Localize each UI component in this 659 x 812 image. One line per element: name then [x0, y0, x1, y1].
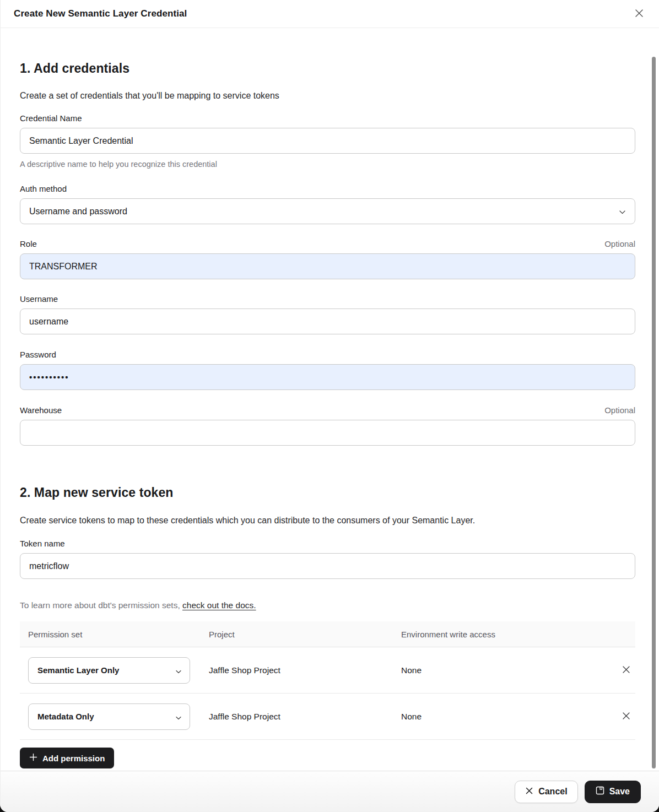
- modal-title: Create New Semantic Layer Credential: [14, 8, 187, 19]
- modal-header: Create New Semantic Layer Credential: [1, 0, 659, 28]
- warehouse-input[interactable]: [20, 420, 635, 446]
- cancel-label: Cancel: [538, 787, 567, 797]
- permission-set-select[interactable]: Metadata Only: [28, 703, 190, 730]
- modal-body: 1. Add credentials Create a set of crede…: [1, 60, 659, 768]
- modal-footer: Cancel Save: [1, 771, 659, 812]
- warehouse-optional-tag: Optional: [604, 405, 635, 416]
- table-row: Metadata Only Jaffle Shop Project None: [20, 694, 635, 740]
- vertical-scrollbar-thumb[interactable]: [652, 57, 656, 768]
- create-credential-modal: Create New Semantic Layer Credential 1. …: [0, 0, 659, 812]
- project-cell: Jaffle Shop Project: [209, 712, 401, 722]
- plus-icon: [29, 753, 37, 763]
- close-icon: [622, 665, 631, 676]
- docs-note: To learn more about dbt's permission set…: [20, 600, 635, 610]
- role-input[interactable]: [20, 253, 635, 279]
- role-optional-tag: Optional: [604, 239, 635, 250]
- add-permission-label: Add permission: [42, 754, 105, 763]
- section1-description: Create a set of credentials that you'll …: [20, 90, 635, 102]
- column-header-env-write-access: Environment write access: [401, 630, 609, 639]
- permission-set-select[interactable]: Semantic Layer Only: [28, 657, 190, 684]
- section1-heading: 1. Add credentials: [20, 60, 635, 77]
- section2-heading: 2. Map new service token: [20, 484, 635, 501]
- save-icon: [596, 786, 604, 797]
- password-label: Password: [20, 349, 56, 360]
- auth-method-value: Username and password: [29, 207, 127, 216]
- close-icon: [622, 711, 631, 722]
- role-label: Role: [20, 239, 37, 250]
- remove-permission-button[interactable]: [617, 661, 635, 680]
- username-input[interactable]: [20, 308, 635, 334]
- column-header-permission-set: Permission set: [28, 630, 209, 639]
- add-permission-button[interactable]: Add permission: [20, 748, 114, 768]
- env-write-access-cell: None: [401, 665, 609, 675]
- warehouse-label: Warehouse: [20, 405, 62, 416]
- permissions-table-header: Permission set Project Environment write…: [20, 621, 635, 647]
- close-icon: [633, 7, 645, 21]
- cancel-button[interactable]: Cancel: [515, 781, 577, 803]
- docs-note-text: To learn more about dbt's permission set…: [20, 600, 180, 610]
- save-button[interactable]: Save: [585, 781, 641, 803]
- auth-method-select[interactable]: Username and password: [20, 198, 635, 224]
- permissions-table: Permission set Project Environment write…: [20, 621, 635, 740]
- credential-name-input[interactable]: [20, 128, 635, 154]
- credential-name-helper: A descriptive name to help you recognize…: [20, 159, 635, 169]
- password-input[interactable]: [20, 364, 635, 390]
- token-name-input[interactable]: [20, 553, 635, 579]
- token-name-label: Token name: [20, 538, 65, 549]
- permission-set-value: Semantic Layer Only: [37, 665, 119, 675]
- chevron-down-icon: [176, 712, 181, 721]
- chevron-down-icon: [176, 665, 181, 675]
- section2-description: Create service tokens to map to these cr…: [20, 515, 635, 527]
- remove-permission-button[interactable]: [617, 707, 635, 726]
- save-label: Save: [609, 787, 630, 797]
- permission-set-value: Metadata Only: [37, 712, 94, 721]
- column-header-project: Project: [209, 630, 401, 639]
- credential-name-label: Credential Name: [20, 113, 82, 124]
- env-write-access-cell: None: [401, 712, 609, 722]
- project-cell: Jaffle Shop Project: [209, 665, 401, 675]
- username-label: Username: [20, 294, 58, 305]
- table-row: Semantic Layer Only Jaffle Shop Project …: [20, 647, 635, 694]
- docs-link[interactable]: check out the docs.: [182, 600, 256, 610]
- close-button[interactable]: [631, 6, 647, 21]
- auth-method-label: Auth method: [20, 183, 67, 194]
- chevron-down-icon: [619, 207, 625, 216]
- close-icon: [525, 787, 533, 797]
